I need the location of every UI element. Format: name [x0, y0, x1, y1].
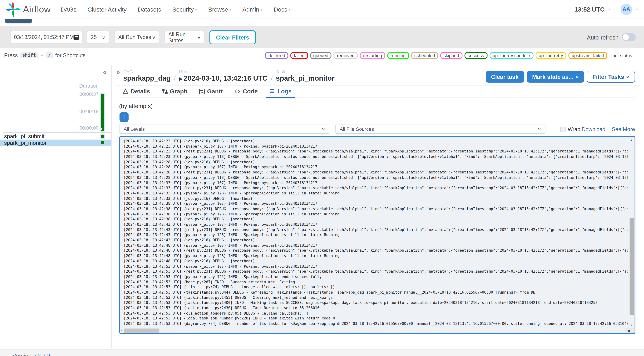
auto-refresh-control: Auto-refresh: [587, 33, 636, 41]
nav-item-admin[interactable]: Admin▾: [242, 6, 263, 13]
see-more-link[interactable]: See More: [612, 126, 635, 132]
log-line: [2024-03-18, 13:42:43 UTC] {pyspark_pi.p…: [124, 232, 628, 238]
task-run-cell: [100, 134, 105, 139]
filter-tasks-button[interactable]: Filter Tasks∨: [587, 71, 635, 83]
nav-item-docs[interactable]: Docs▾: [274, 6, 291, 13]
tab-graph[interactable]: Graph: [158, 88, 191, 97]
tab-code[interactable]: Code: [231, 88, 261, 97]
auto-refresh-toggle[interactable]: [622, 33, 636, 41]
attempt-1-button[interactable]: 1: [120, 112, 128, 122]
grid-sidebar: « Duration 00:00:3700:00:1800:00:00 ▶ sp…: [0, 62, 111, 349]
nav-item-cluster-activity[interactable]: Cluster Activity: [88, 6, 127, 13]
task-link[interactable]: spark_pi_monitor: [276, 75, 334, 83]
status-badge-upstream_failed[interactable]: upstream_failed: [568, 52, 607, 59]
scrollbar-corner[interactable]: ▶: [624, 328, 634, 333]
log-line: [2024-03-18, 13:42:53 UTC] {dagrun.py:73…: [124, 321, 628, 326]
airflow-logo[interactable]: Airflow: [6, 2, 51, 17]
task-list: spark_pi_submitspark_pi_monitor: [0, 134, 111, 146]
task-row-spark_pi_monitor[interactable]: spark_pi_monitor: [0, 139, 111, 146]
scroll-right-icon[interactable]: ▶: [628, 329, 631, 332]
auto-refresh-label: Auto-refresh: [587, 34, 618, 41]
scroll-up-icon[interactable]: ▲: [630, 138, 633, 142]
tab-logs[interactable]: Logs: [266, 88, 295, 98]
log-line: [2024-03-18, 13:42:48 UTC] {pyspark_pi.p…: [124, 253, 628, 259]
breadcrumb-separator: /: [174, 75, 176, 83]
status-badge-no_status: no_status: [609, 52, 636, 59]
status-badge-up_for_retry[interactable]: up_for_retry: [536, 52, 566, 59]
vertical-scroll-thumb[interactable]: [630, 218, 634, 315]
log-line: [2024-03-18, 13:42:53 UTC] {rest.py:231}…: [124, 269, 628, 274]
tab-gantt[interactable]: Gantt: [196, 88, 226, 97]
task-row-spark_pi_submit[interactable]: spark_pi_submit: [0, 134, 111, 139]
page-size-select[interactable]: 25∨: [87, 31, 109, 44]
log-line: [2024-03-18, 13:42:48 UTC] {rest.py:231}…: [124, 248, 628, 253]
panel-divider[interactable]: [111, 65, 112, 348]
status-badge-removed[interactable]: removed: [334, 52, 358, 59]
scroll-down-icon[interactable]: ▼: [630, 324, 633, 327]
run-types-select[interactable]: All Run Types∨: [114, 31, 160, 44]
gantt-icon: [199, 88, 205, 94]
breadcrumb-run: Run ▶2024-03-18, 13:42:16 UTC: [179, 69, 268, 83]
shortcuts-hint: Press shift + / for Shortcuts: [4, 52, 86, 58]
log-filter-row: All Levels∨ All File Sources∨ Wrap Downl…: [119, 124, 635, 134]
nav-right: 13:52 UTC ▾ AA ▾: [574, 4, 638, 15]
log-line: [2024-03-18, 13:42:53 UTC] {taskinstance…: [124, 305, 628, 311]
nav-item-dags[interactable]: DAGs: [60, 6, 76, 13]
tab-details[interactable]: Details: [119, 88, 153, 97]
nav-item-browse[interactable]: Browse▾: [208, 6, 232, 13]
log-line: [2024-03-18, 13:42:23 UTC] {pyspark_pi.p…: [124, 154, 628, 159]
vertical-scrollbar[interactable]: ▲ ▼: [629, 137, 634, 328]
log-level-select[interactable]: All Levels∨: [119, 124, 330, 134]
slash-key: /: [46, 52, 53, 58]
dag-run-duration-bar[interactable]: ▶: [100, 94, 104, 131]
play-icon: ▶: [179, 76, 182, 81]
file-source-select[interactable]: All File Sources∨: [335, 124, 546, 134]
log-line: [2024-03-18, 13:42:28 UTC] {job.py:216} …: [124, 159, 628, 165]
shift-key: shift: [20, 52, 38, 58]
status-badge-success[interactable]: success: [464, 52, 487, 59]
status-badge-queued[interactable]: queued: [310, 52, 332, 59]
status-badge-skipped[interactable]: skipped: [440, 52, 462, 59]
log-line: [2024-03-18, 13:42:48 UTC] {pyspark_pi.p…: [124, 243, 628, 248]
log-line: [2024-03-18, 13:42:33 UTC] {pyspark_pi.p…: [124, 191, 628, 196]
run-link[interactable]: ▶2024-03-18, 13:42:16 UTC: [179, 75, 268, 83]
task-status-square[interactable]: [100, 141, 104, 144]
clear-filters-button[interactable]: Clear Filters: [210, 30, 256, 44]
log-line: [2024-03-18, 13:42:38 UTC] {pyspark_pi.p…: [124, 201, 628, 206]
chevron-down-icon: ▾: [288, 7, 291, 12]
partial-grid-button[interactable]: [5, 19, 32, 24]
status-badge-running[interactable]: running: [387, 52, 409, 59]
scroll-left-icon[interactable]: ◂: [121, 328, 122, 332]
log-line: [2024-03-18, 13:42:53 UTC] {base.py:287}…: [124, 279, 628, 285]
task-status-square[interactable]: [100, 135, 104, 138]
status-badge-deferred[interactable]: deferred: [265, 52, 288, 59]
horizontal-scrollbar[interactable]: ◂: [120, 328, 629, 333]
collapse-left-icon[interactable]: «: [103, 68, 107, 76]
mark-state-button[interactable]: Mark state as...∨: [527, 71, 584, 83]
dag-link[interactable]: sparkapp_dag: [123, 75, 170, 83]
log-line: [2024-03-18, 13:42:43 UTC] {job.py:216} …: [124, 238, 628, 243]
utc-clock[interactable]: 13:52 UTC: [574, 6, 604, 13]
header-divider: [115, 85, 640, 86]
nav-item-datasets[interactable]: Datasets: [138, 6, 161, 13]
base-date-input[interactable]: 03/18/2024, 01:52:47 PM: [10, 31, 82, 44]
expand-right-icon[interactable]: »: [116, 68, 120, 76]
airflow-task-logs-page: Airflow DAGsCluster ActivityDatasetsSecu…: [0, 0, 644, 356]
status-badge-scheduled[interactable]: scheduled: [411, 52, 438, 59]
log-line: [2024-03-18, 13:42:23 UTC] {job.py:216} …: [124, 138, 628, 144]
avatar[interactable]: AA: [620, 4, 632, 15]
wrap-checkbox[interactable]: [560, 126, 566, 132]
download-link[interactable]: Download: [582, 126, 606, 132]
horizontal-scroll-thumb[interactable]: [124, 328, 159, 333]
run-states-select[interactable]: All Run States∨: [164, 31, 204, 44]
nav-item-security[interactable]: Security▾: [172, 6, 197, 13]
status-badge-failed[interactable]: failed: [290, 52, 308, 59]
clear-task-button[interactable]: Clear task: [486, 71, 524, 83]
version-link[interactable]: v2.7.2: [35, 352, 50, 356]
logo-text: Airflow: [23, 4, 51, 15]
status-badge-up_for_reschedule[interactable]: up_for_reschedule: [490, 52, 534, 59]
log-output-panel: [2024-03-18, 13:42:23 UTC] {job.py:216} …: [119, 136, 636, 334]
nav-menu: DAGsCluster ActivityDatasetsSecurity▾Bro…: [60, 6, 291, 13]
chevron-down-icon: ▾: [229, 7, 232, 12]
status-badge-restarting[interactable]: restarting: [360, 52, 385, 59]
